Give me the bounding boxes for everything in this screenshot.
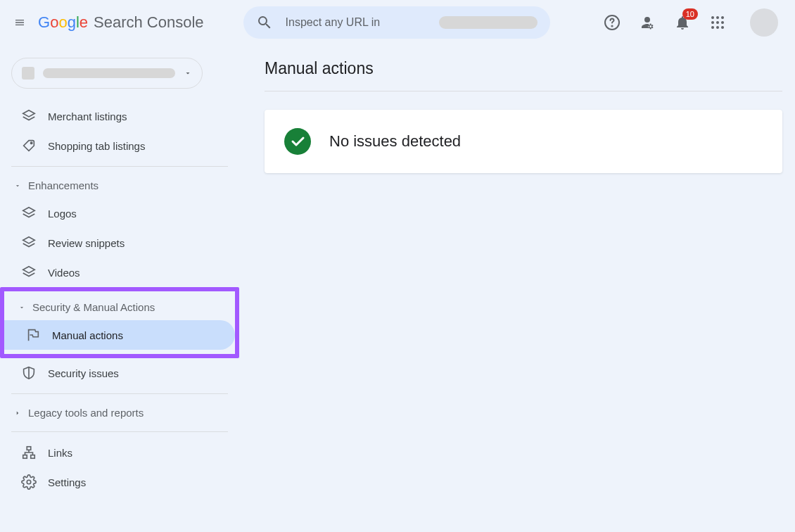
- sidebar-item-settings[interactable]: Settings: [0, 467, 239, 497]
- svg-point-2: [711, 16, 714, 19]
- sidebar-item-label: Merchant listings: [48, 110, 127, 122]
- sidebar: Merchant listings Shopping tab listings …: [0, 45, 239, 532]
- main-content: Manual actions No issues detected: [239, 45, 795, 532]
- svg-point-5: [711, 21, 714, 24]
- sidebar-item-shopping-tab[interactable]: Shopping tab listings: [0, 131, 239, 160]
- search-icon: [256, 14, 273, 31]
- layers-icon: [21, 108, 37, 124]
- notification-badge: 10: [682, 8, 698, 20]
- sidebar-item-logos[interactable]: Logos: [0, 198, 239, 228]
- section-label: Enhancements: [28, 179, 98, 191]
- google-logo: Google: [38, 13, 88, 32]
- sidebar-section-security[interactable]: Security & Manual Actions: [4, 294, 235, 320]
- svg-point-7: [721, 21, 724, 24]
- divider: [11, 166, 228, 167]
- svg-point-6: [716, 21, 719, 24]
- product-logo[interactable]: Google Search Console: [38, 13, 204, 32]
- property-favicon: [22, 67, 34, 80]
- property-selector[interactable]: [11, 58, 203, 89]
- url-inspect-search[interactable]: [243, 6, 550, 39]
- redacted-property-name: [43, 68, 175, 78]
- sidebar-item-videos[interactable]: Videos: [0, 258, 239, 287]
- redacted-property: [439, 16, 538, 29]
- sidebar-item-label: Videos: [48, 267, 80, 279]
- svg-point-1: [611, 25, 612, 26]
- svg-rect-12: [27, 447, 31, 450]
- product-name: Search Console: [94, 13, 204, 32]
- layers-icon: [21, 265, 37, 280]
- avatar[interactable]: [750, 8, 778, 37]
- menu-icon[interactable]: [11, 14, 28, 31]
- sidebar-item-label: Shopping tab listings: [48, 140, 145, 152]
- svg-point-8: [711, 26, 714, 29]
- section-label: Legacy tools and reports: [28, 407, 144, 419]
- shield-icon: [21, 365, 37, 381]
- success-check-icon: [284, 128, 311, 155]
- sidebar-item-label: Security issues: [48, 367, 119, 379]
- user-settings-icon[interactable]: [639, 14, 656, 31]
- sidebar-item-label: Manual actions: [52, 329, 123, 341]
- sidebar-item-label: Settings: [48, 476, 86, 488]
- svg-point-4: [721, 16, 724, 19]
- gear-icon: [21, 474, 37, 490]
- apps-icon[interactable]: [709, 14, 726, 31]
- sitemap-icon: [21, 445, 37, 460]
- status-card: No issues detected: [265, 110, 782, 173]
- notifications-icon[interactable]: 10: [674, 14, 691, 31]
- top-bar: Google Search Console 10: [0, 0, 795, 45]
- chevron-down-icon: [18, 304, 25, 311]
- sidebar-section-legacy[interactable]: Legacy tools and reports: [0, 400, 239, 426]
- sidebar-item-label: Logos: [48, 208, 77, 220]
- chevron-right-icon: [14, 410, 21, 417]
- chevron-down-icon: [184, 69, 192, 77]
- tag-icon: [21, 138, 37, 153]
- divider: [265, 91, 782, 91]
- chevron-down-icon: [14, 182, 21, 189]
- svg-rect-13: [23, 455, 27, 459]
- help-icon[interactable]: [604, 14, 621, 31]
- sidebar-item-review-snippets[interactable]: Review snippets: [0, 228, 239, 258]
- svg-point-10: [721, 26, 724, 29]
- svg-point-9: [716, 26, 719, 29]
- annotation-highlight: Security & Manual Actions Manual actions: [0, 287, 239, 358]
- flag-icon: [25, 327, 41, 343]
- sidebar-item-links[interactable]: Links: [0, 438, 239, 467]
- svg-point-3: [716, 16, 719, 19]
- divider: [11, 393, 228, 394]
- divider: [11, 431, 228, 432]
- status-text: No issues detected: [329, 132, 461, 151]
- sidebar-item-label: Links: [48, 447, 72, 459]
- layers-icon: [21, 205, 37, 221]
- svg-point-11: [30, 142, 32, 144]
- section-label: Security & Manual Actions: [32, 301, 155, 313]
- svg-point-15: [27, 480, 31, 484]
- sidebar-item-manual-actions[interactable]: Manual actions: [4, 320, 235, 350]
- sidebar-item-merchant-listings[interactable]: Merchant listings: [0, 101, 239, 131]
- page-title: Manual actions: [265, 59, 782, 78]
- layers-icon: [21, 235, 37, 251]
- sidebar-item-label: Review snippets: [48, 237, 125, 249]
- svg-rect-14: [31, 455, 35, 459]
- sidebar-item-security-issues[interactable]: Security issues: [0, 358, 239, 388]
- url-inspect-input[interactable]: [286, 16, 426, 29]
- sidebar-section-enhancements[interactable]: Enhancements: [0, 172, 239, 198]
